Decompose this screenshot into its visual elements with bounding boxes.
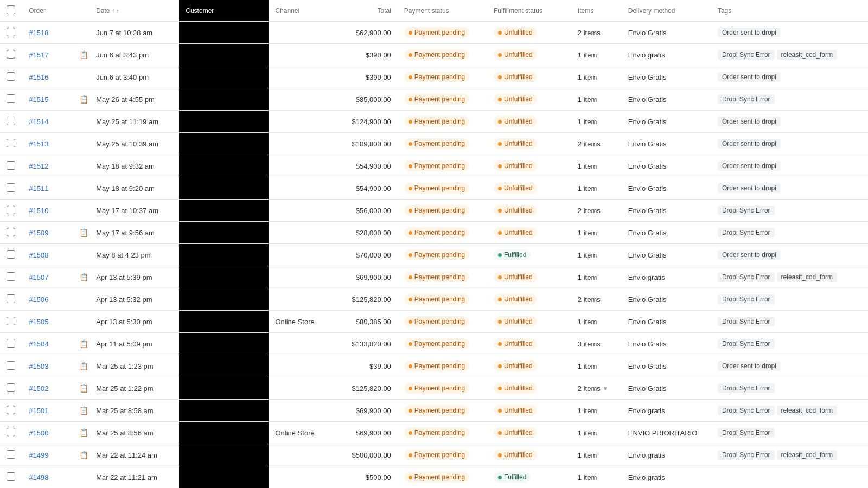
row-checkbox[interactable]	[7, 28, 15, 36]
row-checkbox[interactable]	[7, 183, 15, 192]
order-number-cell[interactable]: #1515	[22, 88, 73, 111]
order-number-cell[interactable]: #1503	[22, 355, 73, 377]
order-number-cell[interactable]: #1509	[22, 222, 73, 244]
row-checkbox[interactable]	[7, 117, 15, 125]
order-link[interactable]: #1515	[29, 95, 48, 104]
order-number-cell[interactable]: #1517	[22, 44, 73, 66]
row-checkbox[interactable]	[7, 450, 15, 459]
order-link[interactable]: #1513	[29, 140, 48, 148]
items-dropdown-icon[interactable]: ▼	[603, 386, 608, 391]
row-checkbox-cell[interactable]	[0, 177, 22, 200]
tag: Order sent to dropi	[718, 72, 781, 82]
row-checkbox[interactable]	[7, 361, 15, 370]
row-checkbox-cell[interactable]	[0, 266, 22, 288]
order-link[interactable]: #1509	[29, 229, 48, 237]
order-link[interactable]: #1512	[29, 162, 48, 170]
row-checkbox-cell[interactable]	[0, 200, 22, 222]
order-number-cell[interactable]: #1505	[22, 311, 73, 333]
select-all-header[interactable]	[0, 0, 22, 22]
order-number-cell[interactable]: #1506	[22, 288, 73, 311]
row-checkbox-cell[interactable]	[0, 222, 22, 244]
row-checkbox-cell[interactable]	[0, 44, 22, 66]
order-link[interactable]: #1506	[29, 296, 48, 304]
order-number-cell[interactable]: #1514	[22, 111, 73, 133]
order-number-cell[interactable]: #1511	[22, 177, 73, 200]
row-checkbox-cell[interactable]	[0, 466, 22, 489]
row-checkbox[interactable]	[7, 339, 15, 348]
row-checkbox-cell[interactable]	[0, 111, 22, 133]
row-checkbox-cell[interactable]	[0, 311, 22, 333]
row-checkbox[interactable]	[7, 294, 15, 303]
order-link[interactable]: #1499	[29, 451, 48, 459]
row-checkbox[interactable]	[7, 406, 15, 414]
order-number-cell[interactable]: #1508	[22, 244, 73, 266]
order-link[interactable]: #1501	[29, 407, 48, 415]
order-link[interactable]: #1503	[29, 362, 48, 370]
order-number-cell[interactable]: #1502	[22, 377, 73, 400]
fulfillment-status-dot	[498, 431, 502, 435]
row-checkbox[interactable]	[7, 161, 15, 170]
order-link[interactable]: #1498	[29, 473, 48, 481]
select-all-checkbox[interactable]	[7, 5, 15, 14]
row-checkbox-cell[interactable]	[0, 133, 22, 155]
row-checkbox[interactable]	[7, 317, 15, 325]
note-column-header	[73, 0, 90, 22]
order-number-cell[interactable]: #1501	[22, 400, 73, 422]
order-link[interactable]: #1516	[29, 73, 48, 81]
row-checkbox-cell[interactable]	[0, 377, 22, 400]
order-link[interactable]: #1511	[29, 184, 48, 192]
order-number-cell[interactable]: #1500	[22, 422, 73, 444]
row-checkbox-cell[interactable]	[0, 22, 22, 44]
row-checkbox[interactable]	[7, 250, 15, 259]
row-checkbox[interactable]	[7, 228, 15, 236]
row-checkbox[interactable]	[7, 428, 15, 436]
order-link[interactable]: #1517	[29, 51, 48, 59]
order-number-cell[interactable]: #1516	[22, 66, 73, 88]
row-checkbox-cell[interactable]	[0, 288, 22, 311]
order-link[interactable]: #1514	[29, 118, 48, 126]
total-cell: $28,000.00	[330, 222, 398, 244]
row-checkbox[interactable]	[7, 94, 15, 103]
payment-status-badge: Payment pending	[404, 450, 469, 460]
row-checkbox[interactable]	[7, 139, 15, 147]
order-link[interactable]: #1504	[29, 340, 48, 348]
payment-status-dot	[409, 53, 412, 57]
note-cell	[73, 288, 90, 311]
channel-cell	[269, 66, 330, 88]
row-checkbox[interactable]	[7, 472, 15, 481]
order-number-cell[interactable]: #1499	[22, 444, 73, 466]
order-link[interactable]: #1510	[29, 207, 48, 215]
order-link[interactable]: #1508	[29, 251, 48, 259]
order-number-cell[interactable]: #1507	[22, 266, 73, 288]
order-number-cell[interactable]: #1512	[22, 155, 73, 177]
order-number-cell[interactable]: #1510	[22, 200, 73, 222]
row-checkbox-cell[interactable]	[0, 355, 22, 377]
row-checkbox[interactable]	[7, 272, 15, 281]
order-number-cell[interactable]: #1518	[22, 22, 73, 44]
row-checkbox-cell[interactable]	[0, 333, 22, 355]
order-link[interactable]: #1500	[29, 429, 48, 437]
row-checkbox[interactable]	[7, 206, 15, 214]
row-checkbox[interactable]	[7, 72, 15, 81]
order-number-cell[interactable]: #1498	[22, 466, 73, 489]
row-checkbox[interactable]	[7, 50, 15, 59]
order-link[interactable]: #1518	[29, 29, 48, 37]
order-link[interactable]: #1507	[29, 273, 48, 281]
row-checkbox-cell[interactable]	[0, 244, 22, 266]
date-column-header[interactable]: Date ↑	[90, 0, 179, 22]
order-link[interactable]: #1502	[29, 384, 48, 393]
tag: Dropi Sync Error	[718, 294, 775, 304]
row-checkbox-cell[interactable]	[0, 66, 22, 88]
order-number-cell[interactable]: #1504	[22, 333, 73, 355]
row-checkbox-cell[interactable]	[0, 88, 22, 111]
order-link[interactable]: #1505	[29, 318, 48, 326]
row-checkbox-cell[interactable]	[0, 155, 22, 177]
row-checkbox-cell[interactable]	[0, 422, 22, 444]
customer-cell	[179, 422, 269, 444]
row-checkbox[interactable]	[7, 383, 15, 392]
row-checkbox-cell[interactable]	[0, 444, 22, 466]
order-number-cell[interactable]: #1513	[22, 133, 73, 155]
payment-status-badge: Payment pending	[404, 183, 469, 194]
row-checkbox-cell[interactable]	[0, 400, 22, 422]
tag: Dropi Sync Error	[718, 428, 775, 438]
